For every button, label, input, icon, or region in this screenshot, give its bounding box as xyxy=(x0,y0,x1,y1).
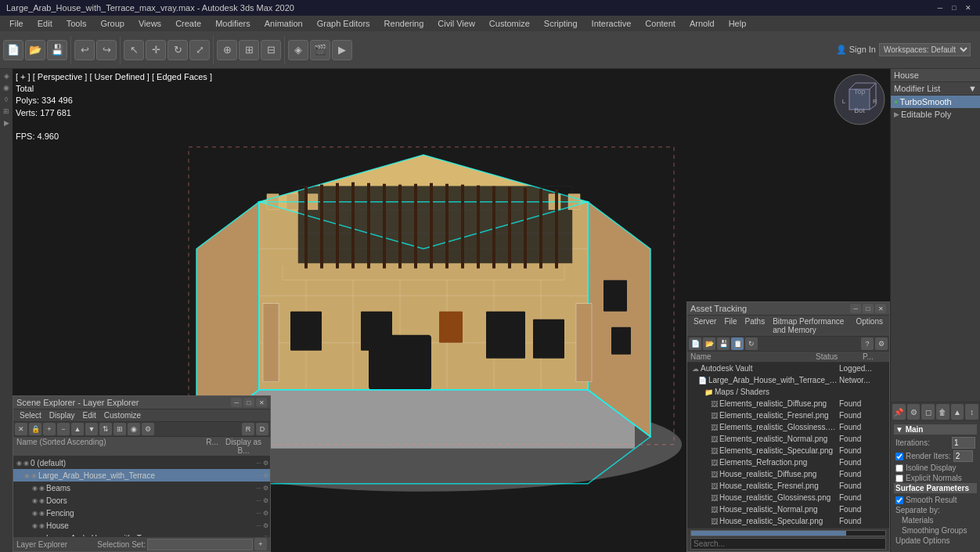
workspace-select[interactable]: Workspaces: Default xyxy=(879,43,971,56)
menu-item-rendering[interactable]: Rendering xyxy=(378,17,431,30)
se-item-eye2[interactable]: ◉ xyxy=(31,472,37,479)
se-menu-select[interactable]: Select xyxy=(16,410,45,420)
se-tb-sort[interactable]: ⇅ xyxy=(99,423,112,435)
se-item-eye[interactable]: ◉ xyxy=(32,510,38,517)
at-minimize-button[interactable]: ─ xyxy=(850,304,861,313)
toolbar-mirror[interactable]: ⊞ xyxy=(239,40,259,60)
toolbar-open[interactable]: 📂 xyxy=(25,40,45,60)
se-tb-settings[interactable]: ⚙ xyxy=(142,423,154,435)
se-list-item[interactable]: ◉ ◉ House ··· ⚙ xyxy=(13,519,270,532)
mod-tb-settings[interactable]: ↕ xyxy=(965,404,978,420)
toolbar-save[interactable]: 💾 xyxy=(47,40,67,60)
render-iters-check[interactable] xyxy=(895,453,903,460)
se-tb-display[interactable]: ◉ xyxy=(128,423,140,435)
se-list-item[interactable]: ◉ ◉ Beams ··· ⚙ xyxy=(13,482,270,494)
left-icon-3[interactable]: ◊ xyxy=(1,94,12,105)
se-menu-customize[interactable]: Customize xyxy=(101,410,144,420)
selection-set-input[interactable] xyxy=(147,539,253,550)
menu-item-customize[interactable]: Customize xyxy=(483,17,536,30)
at-list-item[interactable]: 🖼 House_realistic_Normal.png Found xyxy=(687,503,889,515)
ts-collapse-arrow[interactable]: ▼ xyxy=(895,425,903,434)
menu-item-file[interactable]: File xyxy=(3,17,30,30)
modifier-item-turbosmooth[interactable]: ● TurboSmooth xyxy=(891,96,980,108)
se-list-item[interactable]: ◉ ◉ Doors ··· ⚙ xyxy=(13,494,270,507)
scene-explorer-title-bar[interactable]: Scene Explorer - Layer Explorer ─ □ ✕ xyxy=(13,396,270,409)
se-tb-delete[interactable]: − xyxy=(57,423,70,435)
se-tb-filter[interactable]: ✕ xyxy=(15,423,27,435)
toolbar-material[interactable]: ◈ xyxy=(288,40,308,60)
se-item-eye2[interactable]: ◉ xyxy=(39,510,45,517)
toolbar-render[interactable]: ▶ xyxy=(332,40,352,60)
se-tb-r1[interactable]: R xyxy=(242,423,254,435)
at-tb-save[interactable]: 💾 xyxy=(717,337,730,350)
menu-item-edit[interactable]: Edit xyxy=(31,17,59,30)
menu-item-arnold[interactable]: Arnold xyxy=(683,17,721,30)
at-menu-bitmap[interactable]: Bitmap Performance and Memory xyxy=(769,316,851,335)
at-menu-server[interactable]: Server xyxy=(690,316,719,335)
at-list-item[interactable]: 🖼 House_realistic_Specular.png Found xyxy=(687,515,889,527)
se-item-eye2[interactable]: ◉ xyxy=(39,522,45,529)
toolbar-snap[interactable]: ⊕ xyxy=(217,40,237,60)
at-list-item[interactable]: 🖼 Elements_realistic_Glossiness.png Foun… xyxy=(687,421,889,433)
at-tb-refresh[interactable]: ↻ xyxy=(745,337,758,350)
toolbar-render-scene[interactable]: 🎬 xyxy=(310,40,330,60)
menu-item-views[interactable]: Views xyxy=(132,17,168,30)
se-menu-display[interactable]: Display xyxy=(46,410,78,420)
toolbar-new[interactable]: 📄 xyxy=(3,40,23,60)
se-list-item[interactable]: ◉ ◉ Fencing ··· ⚙ xyxy=(13,507,270,519)
mod-tb-up[interactable]: ▲ xyxy=(951,404,964,420)
at-list-item[interactable]: 🖼 Elements_realistic_Diffuse.png Found xyxy=(687,398,889,409)
menu-item-tools[interactable]: Tools xyxy=(60,17,93,30)
se-item-eye[interactable]: ◉ xyxy=(24,472,30,479)
at-tb-settings[interactable]: ⚙ xyxy=(875,337,888,350)
at-list-item[interactable]: 📁 Maps / Shaders xyxy=(687,386,889,398)
se-item-eye2[interactable]: ◉ xyxy=(39,497,45,504)
toolbar-align[interactable]: ⊟ xyxy=(261,40,281,60)
se-tb-group[interactable]: ⊞ xyxy=(113,423,126,435)
left-icon-1[interactable]: ◈ xyxy=(1,70,12,81)
se-list-item[interactable]: ◉ ◉ 0 (default) ··· ⚙ xyxy=(13,456,270,469)
se-footer-btn[interactable]: + xyxy=(254,538,267,550)
asset-tracking-title-bar[interactable]: Asset Tracking ─ □ ✕ xyxy=(687,302,889,316)
at-list-item[interactable]: ☁ Autodesk Vault Logged... xyxy=(687,363,889,374)
mod-tb-config[interactable]: ⚙ xyxy=(907,404,921,420)
se-menu-edit[interactable]: Edit xyxy=(80,410,99,420)
at-list-item[interactable]: 🖼 House_realistic_Fresnel.png Found xyxy=(687,480,889,492)
mod-tb-display[interactable]: ◻ xyxy=(921,404,935,420)
smooth-check[interactable] xyxy=(895,496,903,504)
minimize-button[interactable]: ─ xyxy=(935,2,946,13)
at-list-item[interactable]: 🖼 House_realistic_Diffuse.png Found xyxy=(687,468,889,480)
se-item-eye2[interactable]: ◉ xyxy=(39,485,45,492)
menu-item-content[interactable]: Content xyxy=(639,17,682,30)
at-tb-open[interactable]: 📂 xyxy=(703,337,715,350)
menu-item-create[interactable]: Create xyxy=(169,17,207,30)
explicit-check[interactable] xyxy=(895,474,903,482)
left-icon-2[interactable]: ◉ xyxy=(1,82,12,93)
mod-tb-pin[interactable]: 📌 xyxy=(892,404,906,420)
at-tb-active[interactable]: 📋 xyxy=(731,337,744,350)
at-menu-paths[interactable]: Paths xyxy=(742,316,769,335)
at-restore-button[interactable]: □ xyxy=(863,304,874,313)
se-tb-lock[interactable]: 🔒 xyxy=(29,423,41,435)
menu-item-scripting[interactable]: Scripting xyxy=(538,17,584,30)
toolbar-redo[interactable]: ↪ xyxy=(96,40,117,60)
toolbar-rotate[interactable]: ↻ xyxy=(168,40,188,60)
at-menu-file[interactable]: File xyxy=(721,316,740,335)
se-item-eye[interactable]: ◉ xyxy=(32,522,38,529)
se-item-eye[interactable]: ◉ xyxy=(16,460,22,467)
toolbar-scale[interactable]: ⤢ xyxy=(189,40,210,60)
at-menu-options[interactable]: Options xyxy=(853,316,886,335)
at-list-item[interactable]: 🖼 House_realistic_Glossiness.png Found xyxy=(687,492,889,503)
se-item-eye[interactable]: ◉ xyxy=(32,497,38,504)
at-list-item[interactable]: 📄 Large_Arab_House_with_Terrace_max_vray… xyxy=(687,374,889,386)
toolbar-move[interactable]: ✛ xyxy=(146,40,166,60)
menu-item-help[interactable]: Help xyxy=(722,17,753,30)
se-item-eye2[interactable]: ◉ xyxy=(23,460,29,467)
at-list-item[interactable]: 🖼 Elements_realistic_Specular.png Found xyxy=(687,445,889,456)
left-icon-4[interactable]: ⊞ xyxy=(1,106,12,117)
left-icon-5[interactable]: ▶ xyxy=(1,117,12,128)
turbosmooth-eye[interactable]: ● xyxy=(894,98,898,106)
iterations-input[interactable] xyxy=(952,437,975,449)
se-tb-d1[interactable]: D xyxy=(256,423,268,435)
at-tb-help[interactable]: ? xyxy=(861,337,874,350)
